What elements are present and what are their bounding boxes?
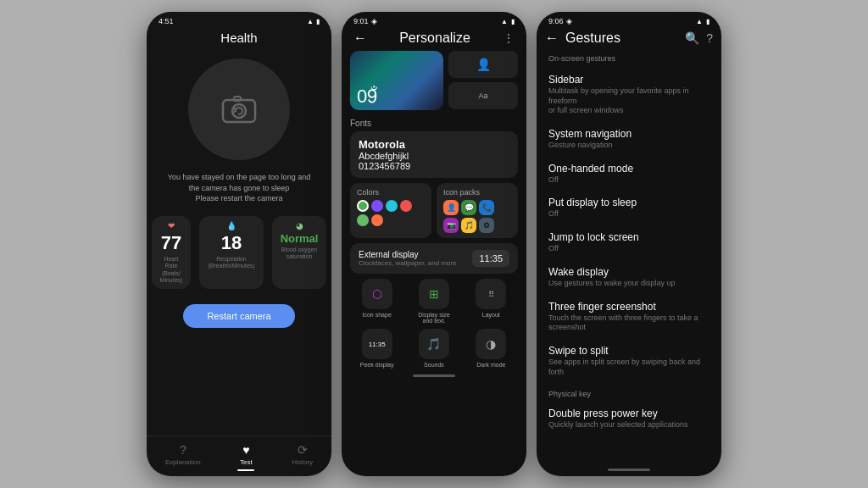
- metric-blood-oxygen: ◕ Normal Blood oxygensaturation: [272, 216, 327, 290]
- gesture-sidebar[interactable]: Sidebar Multitask by opening your favori…: [548, 68, 709, 122]
- font-thumb[interactable]: Aa: [448, 82, 518, 109]
- explanation-icon: ?: [180, 443, 186, 457]
- nav-active-indicator: [237, 469, 254, 471]
- external-display-card[interactable]: External display Clockfaces, wallpaper, …: [350, 243, 518, 274]
- respiration-icon: 💧: [208, 221, 254, 230]
- peek-display-icon: 11:35: [362, 329, 392, 359]
- dark-mode-item[interactable]: ◑ Dark mode: [465, 329, 518, 368]
- gesture-sidebar-sub: Multitask by opening your favorite apps …: [548, 86, 709, 116]
- colors-iconpacks-row: Colors Icon packs 👤 💬 📞 📷 🎵 ⚙: [342, 183, 526, 243]
- gesture-swipe-split[interactable]: Swipe to split See apps in split screen …: [548, 339, 709, 383]
- nav-test-label: Test: [240, 458, 253, 466]
- battery-icon-2: ▮: [511, 18, 515, 25]
- gesture-wake-display-sub: Use gestures to wake your display up: [548, 279, 709, 289]
- location-icon-2: ◈: [371, 17, 377, 25]
- heart-rate-value: 77: [160, 232, 183, 254]
- physical-key-header: Physical key: [548, 383, 709, 402]
- icon-packs-card[interactable]: Icon packs 👤 💬 📞 📷 🎵 ⚙: [437, 183, 518, 238]
- icon-shape-icon: ⬡: [362, 279, 392, 309]
- restart-camera-button[interactable]: Restart camera: [183, 304, 294, 328]
- gesture-swipe-split-title: Swipe to split: [548, 345, 709, 357]
- ext-display-info: External display Clockfaces, wallpaper, …: [359, 250, 457, 267]
- time-2: 9:01: [353, 17, 369, 25]
- phone-gestures: 9:06 ◈ ▲ ▮ ← Gestures 🔍 ? On-screen gest…: [537, 12, 721, 476]
- display-size-icon: ⊞: [419, 279, 449, 309]
- nav-history-label: History: [292, 458, 313, 466]
- color-dot-1: [357, 200, 369, 212]
- respiration-label: Respiration(Breaths/Minutes): [208, 256, 254, 270]
- gesture-one-handed[interactable]: One-handed mode Off: [548, 157, 709, 191]
- dark-mode-icon: ◑: [476, 329, 506, 359]
- sounds-item[interactable]: 🎵 Sounds: [407, 329, 460, 368]
- gesture-jump-lock[interactable]: Jump to lock screen Off: [548, 225, 709, 260]
- sleep-message: You have stayed on the page too long and…: [147, 169, 331, 211]
- colors-label: Colors: [357, 188, 425, 197]
- color-dots: [357, 200, 425, 226]
- home-bar-2: [413, 374, 455, 377]
- time-3: 9:06: [548, 17, 564, 25]
- wifi-icon-3: ▲: [696, 18, 703, 25]
- fonts-label: Fonts: [342, 117, 526, 131]
- peek-display-item[interactable]: 11:35 Peek display: [350, 329, 403, 368]
- personalize-topbar: ← Personalize ⋮: [342, 27, 526, 51]
- color-dot-3: [386, 200, 398, 212]
- gesture-display-sleep[interactable]: Put display to sleep Off: [548, 191, 709, 225]
- icon-shape-item[interactable]: ⬡ Icon shape: [350, 279, 403, 324]
- history-icon: ⟳: [298, 443, 308, 457]
- gesture-wake-display[interactable]: Wake display Use gestures to wake your d…: [548, 260, 709, 295]
- clock-widget: 11:35: [472, 250, 509, 267]
- more-icon-2[interactable]: ⋮: [503, 31, 515, 45]
- gesture-system-nav-title: System navigation: [548, 128, 709, 140]
- dark-mode-label: Dark mode: [476, 362, 505, 368]
- search-icon-3[interactable]: 🔍: [685, 31, 699, 45]
- wallpaper-main[interactable]: [350, 51, 443, 110]
- location-icon-3: ◈: [566, 17, 572, 25]
- phone-personalize: 9:01 ◈ ▲ ▮ ← Personalize ⋮ 👤 Aa Fonts Mo…: [342, 12, 526, 476]
- fonts-sample2: 0123456789: [359, 161, 509, 171]
- profile-thumb[interactable]: 👤: [448, 51, 518, 78]
- gesture-one-handed-title: One-handed mode: [548, 163, 709, 175]
- fonts-card[interactable]: Motorola Abcdefghijkl 0123456789: [350, 131, 518, 178]
- gesture-system-nav[interactable]: System navigation Gesture navigation: [548, 122, 709, 157]
- colors-card[interactable]: Colors: [350, 183, 431, 238]
- status-icons-3: ▲ ▮: [696, 18, 709, 25]
- display-size-item[interactable]: ⊞ Display sizeand text.: [407, 279, 460, 324]
- gesture-double-power[interactable]: Double press power key Quickly launch yo…: [548, 402, 709, 436]
- gesture-wake-display-title: Wake display: [548, 266, 709, 278]
- gesture-three-finger[interactable]: Three finger screenshot Touch the screen…: [548, 295, 709, 339]
- help-icon-3[interactable]: ?: [706, 31, 713, 45]
- test-icon: ♥: [242, 443, 249, 457]
- layout-item[interactable]: ⠿ Layout: [465, 279, 518, 324]
- gesture-display-sleep-sub: Off: [548, 209, 709, 219]
- status-bar-3: 9:06 ◈ ▲ ▮: [537, 12, 721, 27]
- gesture-system-nav-sub: Gesture navigation: [548, 141, 709, 151]
- nav-explanation[interactable]: ? Explanation: [165, 443, 201, 471]
- camera-area: [147, 50, 331, 169]
- battery-icon-1: ▮: [316, 18, 320, 25]
- nav-home-3: [537, 465, 721, 476]
- icon-grid: 👤 💬 📞 📷 🎵 ⚙: [443, 200, 511, 233]
- nav-test[interactable]: ♥ Test: [237, 443, 254, 471]
- icon-pack-4: 📷: [443, 218, 459, 233]
- heart-icon: ❤: [160, 221, 183, 230]
- wifi-icon-1: ▲: [307, 18, 314, 25]
- gesture-jump-lock-sub: Off: [548, 244, 709, 254]
- nav-explanation-label: Explanation: [165, 458, 201, 466]
- layout-label: Layout: [482, 312, 500, 318]
- back-icon-2[interactable]: ←: [353, 30, 367, 46]
- ext-display-sub: Clockfaces, wallpaper, and more: [359, 259, 457, 267]
- nav-history[interactable]: ⟳ History: [292, 443, 313, 471]
- gesture-three-finger-title: Three finger screenshot: [548, 301, 709, 313]
- fonts-name: Motorola: [359, 138, 509, 151]
- display-size-label: Display sizeand text.: [418, 312, 449, 324]
- icon-pack-2: 💬: [461, 200, 476, 215]
- icon-pack-5: 🎵: [461, 218, 476, 233]
- gesture-jump-lock-title: Jump to lock screen: [548, 231, 709, 243]
- sounds-icon: 🎵: [419, 329, 449, 359]
- profile-icon: 👤: [476, 58, 491, 71]
- back-icon-3[interactable]: ←: [545, 30, 559, 46]
- blood-oxygen-icon: ◕: [281, 221, 319, 230]
- gesture-three-finger-sub: Touch the screen with three fingers to t…: [548, 313, 709, 333]
- health-metrics: ❤ 77 Heart Rate (Beats/Minutes) 💧 18 Res…: [147, 211, 331, 295]
- icon-pack-1: 👤: [443, 200, 459, 215]
